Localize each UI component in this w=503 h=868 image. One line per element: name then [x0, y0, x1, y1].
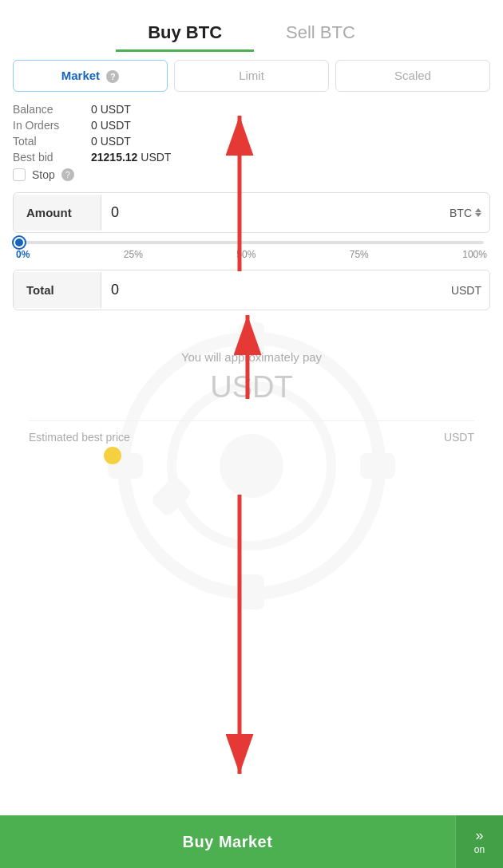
approx-amount: USDT — [29, 370, 474, 404]
stop-label: Stop — [32, 168, 55, 181]
amount-field-row: Amount BTC — [13, 192, 490, 233]
amount-currency-arrows[interactable] — [475, 208, 481, 217]
slider-label-50: 50% — [236, 249, 255, 260]
chevrons-icon: » — [475, 828, 483, 842]
order-type-tab-bar: Market ? Limit Scaled — [13, 60, 490, 92]
balance-value: 0 USDT — [91, 103, 131, 116]
buy-button-container: Buy Market » on — [0, 815, 503, 868]
in-orders-value: 0 USDT — [91, 119, 131, 132]
buy-on-toggle[interactable]: » on — [455, 815, 503, 868]
stop-row: Stop ? — [13, 168, 490, 181]
svg-rect-4 — [239, 574, 264, 610]
buy-sell-tab-bar: Buy BTC Sell BTC — [13, 0, 490, 60]
svg-rect-8 — [150, 475, 193, 518]
total-field-row: Total USDT — [13, 270, 490, 310]
slider-track[interactable] — [19, 241, 484, 244]
best-bid-label: Best bid — [13, 151, 85, 164]
limit-order-tab[interactable]: Limit — [174, 60, 329, 92]
on-label: on — [474, 844, 485, 855]
total-balance-value: 0 USDT — [91, 135, 131, 148]
stop-checkbox[interactable] — [13, 168, 26, 181]
total-input[interactable] — [101, 270, 443, 310]
amount-slider-container: 0% 25% 50% 75% 100% — [13, 241, 490, 260]
yellow-dot-decoration — [104, 447, 121, 464]
amount-currency: BTC — [442, 195, 489, 231]
slider-labels: 0% 25% 50% 75% 100% — [13, 249, 490, 260]
slider-label-0: 0% — [16, 249, 30, 260]
slider-label-25: 25% — [124, 249, 143, 260]
market-help-icon[interactable]: ? — [106, 70, 119, 83]
total-currency: USDT — [443, 273, 489, 308]
scaled-order-tab[interactable]: Scaled — [335, 60, 490, 92]
estimated-currency: USDT — [444, 431, 474, 444]
buy-market-button[interactable]: Buy Market — [0, 815, 455, 868]
total-balance-label: Total — [13, 135, 85, 148]
total-label: Total — [14, 272, 101, 308]
total-balance-row: Total 0 USDT — [13, 135, 490, 148]
market-order-tab[interactable]: Market ? — [13, 60, 168, 92]
sell-tab[interactable]: Sell BTC — [254, 16, 387, 52]
best-bid-row: Best bid 21215.12 USDT — [13, 151, 490, 164]
balance-row: Balance 0 USDT — [13, 103, 490, 116]
slider-thumb[interactable] — [14, 237, 25, 248]
in-orders-row: In Orders 0 USDT — [13, 119, 490, 132]
balance-label: Balance — [13, 103, 85, 116]
in-orders-label: In Orders — [13, 119, 85, 132]
amount-input[interactable] — [101, 193, 442, 232]
approx-label: You will approximately pay — [29, 350, 474, 364]
approx-section: You will approximately pay USDT Estimate… — [13, 326, 490, 460]
buy-tab[interactable]: Buy BTC — [116, 16, 254, 52]
estimated-label: Estimated best price — [29, 431, 130, 444]
amount-label: Amount — [14, 195, 101, 231]
stop-help-icon[interactable]: ? — [61, 168, 74, 181]
best-bid-value: 21215.12 USDT — [91, 151, 171, 164]
slider-label-100: 100% — [462, 249, 487, 260]
slider-label-75: 75% — [350, 249, 369, 260]
estimated-row: Estimated best price USDT — [29, 420, 474, 444]
